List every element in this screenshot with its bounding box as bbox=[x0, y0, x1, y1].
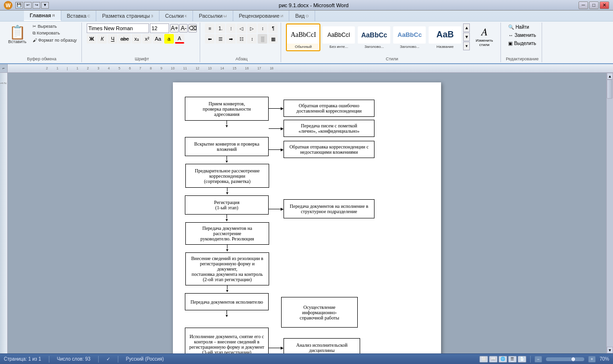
styles-scroll: ▲ ▼ ▾ bbox=[463, 23, 470, 50]
paragraph-label: Абзац bbox=[202, 57, 281, 61]
zoom-slider[interactable] bbox=[546, 357, 584, 361]
font-increase-button[interactable]: A+ bbox=[170, 24, 179, 33]
statusbar: Страница: 1 из 1 Число слов: 93 ✓ Русски… bbox=[0, 353, 613, 364]
scroll-up-button[interactable]: ▲ bbox=[607, 73, 613, 80]
clipboard-label: Буфер обмена bbox=[2, 57, 81, 61]
numbered-list-button[interactable]: 1. bbox=[216, 23, 225, 33]
subscript-button[interactable]: x₂ bbox=[132, 34, 141, 44]
maximize-button[interactable]: □ bbox=[589, 1, 599, 9]
view-outline-button[interactable]: ☰ bbox=[508, 356, 517, 363]
shading-button[interactable]: ░ bbox=[258, 34, 267, 44]
tab-insert[interactable]: Вставка С bbox=[61, 11, 97, 21]
cut-button[interactable]: ✂ Вырезать bbox=[31, 23, 79, 29]
replace-button[interactable]: ↔ Заменить bbox=[506, 32, 538, 39]
style-normal[interactable]: AaBbCcI Обычный bbox=[286, 23, 320, 51]
zoom-slider-thumb[interactable] bbox=[571, 357, 576, 362]
clear-format-button[interactable]: ⌫ bbox=[188, 24, 197, 33]
language-text: Русский (Россия) bbox=[126, 356, 164, 362]
style-h2[interactable]: AaBbCc Заголово... bbox=[392, 23, 427, 51]
styles-expand-button[interactable]: ▾ bbox=[463, 42, 470, 50]
vertical-scrollbar[interactable]: ▲ ▼ bbox=[606, 73, 613, 353]
bold-button[interactable]: Ж bbox=[87, 34, 96, 44]
quick-redo[interactable]: ↪ bbox=[33, 2, 40, 9]
styles-content: AaBbCcI Обычный AaBbCcI Без инте... AaBb… bbox=[286, 23, 498, 58]
superscript-button[interactable]: x² bbox=[142, 34, 152, 44]
zoom-in-button[interactable]: + bbox=[588, 356, 596, 363]
align-right-button[interactable]: ➡ bbox=[226, 34, 236, 44]
fc-col-left-3: Регистрация (1-ый этап) ▼ bbox=[185, 195, 269, 222]
zoom-out-button[interactable]: − bbox=[534, 356, 542, 363]
style-h1[interactable]: AaBbCc Заголово... bbox=[357, 23, 391, 51]
zoom-level[interactable]: 70% bbox=[600, 356, 609, 362]
view-normal-button[interactable]: ⬜ bbox=[479, 356, 488, 363]
styles-down-button[interactable]: ▼ bbox=[463, 33, 470, 41]
ribbon: Главная Я Вставка С Разметка страницы З … bbox=[0, 11, 613, 64]
ruler-toggle[interactable]: ⌐ bbox=[0, 64, 8, 73]
tab-home[interactable]: Главная Я bbox=[24, 11, 61, 21]
view-web-button[interactable]: 🌐 bbox=[499, 356, 507, 363]
font-decrease-button[interactable]: A- bbox=[179, 24, 188, 33]
scroll-track[interactable] bbox=[607, 80, 613, 347]
style-no-interval[interactable]: AaBbCcI Без инте... bbox=[321, 23, 356, 51]
change-case-button[interactable]: Аа bbox=[153, 34, 163, 44]
font-size-input[interactable] bbox=[150, 23, 169, 33]
sort-button[interactable]: ↕ bbox=[258, 23, 267, 33]
view-reading-button[interactable]: 📖 bbox=[489, 356, 498, 363]
multi-list-button[interactable]: ⫶ bbox=[226, 23, 236, 33]
font-name-input[interactable] bbox=[87, 23, 149, 33]
view-draft-button[interactable]: 📄 bbox=[518, 356, 526, 363]
borders-button[interactable]: ▦ bbox=[268, 34, 278, 44]
justify-button[interactable]: ☷ bbox=[237, 34, 246, 44]
tab-view[interactable]: Вид О bbox=[289, 11, 315, 21]
office-icon[interactable]: W bbox=[4, 1, 12, 10]
align-left-button[interactable]: ⬅ bbox=[205, 34, 215, 44]
scroll-down-button[interactable]: ▼ bbox=[607, 347, 613, 353]
increase-indent-button[interactable]: ▷ bbox=[247, 23, 257, 33]
quick-undo[interactable]: ↩ bbox=[24, 2, 32, 9]
node-10: Внесение сведений из резолюции в регистр… bbox=[185, 252, 269, 285]
line-spacing-button[interactable]: ↕ bbox=[247, 34, 257, 44]
underline-button[interactable]: Ч bbox=[108, 34, 117, 44]
paste-button[interactable]: 📋 Вставить bbox=[5, 23, 30, 46]
tab-refs[interactable]: Ссылки К bbox=[159, 11, 193, 21]
font-row-2: Ж К Ч abc x₂ x² Аа а А bbox=[87, 34, 197, 44]
align-center-button[interactable]: ☰ bbox=[216, 34, 225, 44]
show-marks-button[interactable]: ¶ bbox=[268, 23, 278, 33]
status-sep-3 bbox=[118, 356, 118, 363]
highlight-button[interactable]: а bbox=[164, 34, 174, 44]
editing-label: Редактирование bbox=[503, 57, 541, 61]
styles-up-button[interactable]: ▲ bbox=[463, 23, 470, 32]
close-button[interactable]: ✕ bbox=[600, 1, 609, 9]
paragraph-row-2: ⬅ ☰ ➡ ☷ ↕ ░ ▦ bbox=[205, 34, 278, 44]
minimize-button[interactable]: ─ bbox=[579, 1, 588, 9]
node-12-container: Осуществление информационно- справочной … bbox=[281, 297, 358, 328]
horizontal-ruler: 2 1 | 1 2 3 4 5 6 7 8 9 10 11 bbox=[8, 64, 613, 73]
clipboard-content: 📋 Вставить ✂ Вырезать ⧉ Копировать 🖌 Фор… bbox=[5, 23, 79, 61]
change-styles-button[interactable]: 𝐴 Изменитьстили bbox=[471, 23, 498, 49]
strikethrough-button[interactable]: abc bbox=[118, 34, 131, 44]
style-title[interactable]: АаВ Название bbox=[428, 23, 462, 51]
format-painter-button[interactable]: 🖌 Формат по образцу bbox=[31, 37, 79, 43]
ribbon-tabs: Главная Я Вставка С Разметка страницы З … bbox=[0, 11, 613, 21]
tab-review[interactable]: Рецензирование И bbox=[233, 11, 290, 21]
page-count-text: Страница: 1 из 1 bbox=[4, 356, 41, 362]
scroll-thumb[interactable] bbox=[607, 80, 613, 99]
group-font: A+ A- ⌫ Ж К Ч abc x₂ x² Аа а А Шриф bbox=[84, 23, 200, 62]
decrease-indent-button[interactable]: ◁ bbox=[237, 23, 246, 33]
select-button[interactable]: ▣ Выделить bbox=[506, 40, 538, 47]
fc-col-left-5: Исполнение документа, снятие его с контр… bbox=[185, 328, 269, 353]
quick-save[interactable]: 💾 bbox=[15, 2, 23, 9]
editing-content: 🔍 Найти ↔ Заменить ▣ Выделить bbox=[506, 23, 538, 54]
find-button[interactable]: 🔍 Найти bbox=[506, 23, 538, 31]
font-color-button[interactable]: А bbox=[175, 34, 184, 44]
tab-mail[interactable]: Рассылки Ы bbox=[193, 11, 233, 21]
arrow-down-10: ▼ bbox=[226, 285, 229, 293]
bullet-list-button[interactable]: ≡ bbox=[205, 23, 215, 33]
document-content[interactable]: Прием конвертов, проверка правильности а… bbox=[8, 73, 606, 353]
fc-row-4: Передача документов исполнителю ▼ Осущес… bbox=[185, 293, 429, 328]
tab-layout[interactable]: Разметка страницы З bbox=[96, 11, 159, 21]
quick-customize[interactable]: ▼ bbox=[41, 2, 49, 9]
italic-button[interactable]: К bbox=[97, 34, 107, 44]
style-normal-label: Обычный bbox=[295, 45, 312, 49]
copy-button[interactable]: ⧉ Копировать bbox=[31, 30, 79, 36]
